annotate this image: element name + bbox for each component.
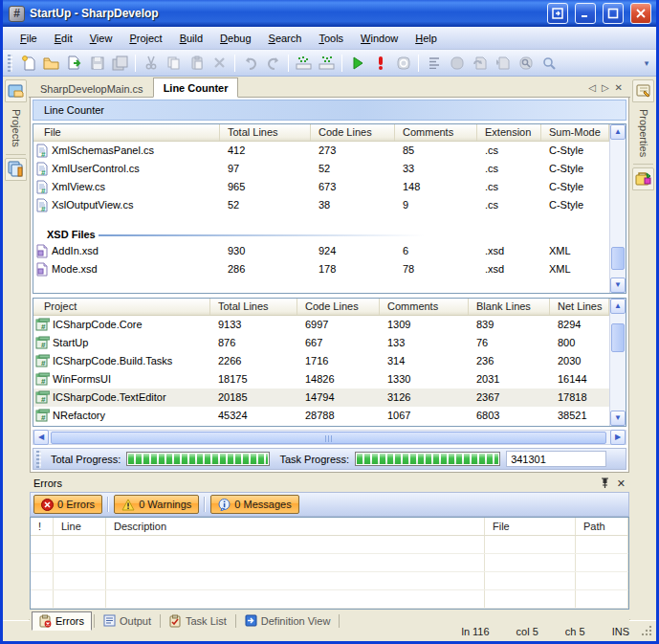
- scroll-left-icon[interactable]: ◀: [33, 430, 49, 445]
- menu-item[interactable]: View: [82, 30, 121, 47]
- messages-filter-button[interactable]: 0 Messages: [210, 495, 298, 514]
- undo-icon[interactable]: [239, 53, 261, 74]
- paste-icon[interactable]: [186, 53, 208, 74]
- search-icon[interactable]: [538, 53, 560, 74]
- column-header[interactable]: Total Lines: [210, 299, 297, 315]
- delete-icon[interactable]: [209, 53, 231, 74]
- column-header[interactable]: !: [31, 518, 54, 535]
- left-strip-label[interactable]: Projects: [11, 105, 22, 151]
- table-row[interactable]: #WinFormsUI 18175148261330203116144: [33, 370, 609, 389]
- open-folder-icon[interactable]: [40, 53, 62, 74]
- file-table-scrollbar[interactable]: ▲ ▼: [609, 124, 626, 293]
- tab-task-list[interactable]: Task List: [163, 612, 233, 630]
- table-row[interactable]: #XmlSchemasPanel.cs 41227385.csC-Style: [33, 142, 609, 160]
- column-header[interactable]: Net Lines: [550, 299, 609, 315]
- errors-filter-button[interactable]: 0 Errors: [33, 495, 102, 514]
- column-header[interactable]: Line: [54, 518, 106, 535]
- table-row[interactable]: #XmlView.cs 965673148.csC-Style: [33, 178, 609, 196]
- tab-sharpdevelopmain[interactable]: SharpDevelopMain.cs: [31, 79, 153, 98]
- float-window-button[interactable]: [547, 3, 568, 24]
- scrollbar-thumb[interactable]: [611, 247, 625, 270]
- toolbar-overflow-icon[interactable]: ▾: [641, 58, 652, 68]
- table-row[interactable]: #ICSharpCode.Core 9133699713098398294: [33, 316, 609, 334]
- column-header[interactable]: Path: [576, 518, 628, 535]
- save-icon[interactable]: [86, 53, 108, 74]
- tab-scroll-right-icon[interactable]: ▷: [602, 82, 609, 93]
- menu-item[interactable]: Build: [172, 30, 210, 47]
- tab-errors[interactable]: Errors: [32, 611, 92, 631]
- build-icon[interactable]: [369, 53, 391, 74]
- column-header[interactable]: Project: [33, 299, 210, 315]
- column-header[interactable]: Blank Lines: [469, 299, 550, 315]
- breakpoint-icon[interactable]: [446, 53, 468, 74]
- right-strip-label[interactable]: Properties: [638, 105, 649, 161]
- table-row[interactable]: #ICSharpCode.TextEditor 2018514794312623…: [33, 389, 609, 407]
- scroll-up-icon[interactable]: ▲: [610, 124, 626, 140]
- comment-region-icon[interactable]: [293, 53, 315, 74]
- maximize-button[interactable]: [603, 3, 624, 24]
- menu-item[interactable]: Help: [407, 30, 445, 47]
- minimize-button[interactable]: [575, 3, 596, 24]
- column-header[interactable]: Total Lines: [220, 124, 311, 141]
- column-header[interactable]: Description: [106, 518, 485, 535]
- table-row[interactable]: Mode.xsd 28617878.xsdXML: [33, 260, 609, 278]
- menu-item[interactable]: Search: [261, 30, 310, 47]
- tab-definition-view[interactable]: Definition View: [238, 612, 338, 629]
- column-header[interactable]: Code Lines: [311, 124, 395, 141]
- uncomment-region-icon[interactable]: [316, 53, 338, 74]
- warnings-filter-button[interactable]: 0 Warnings: [114, 495, 199, 514]
- redo-icon[interactable]: [262, 53, 284, 74]
- table-row[interactable]: AddIn.xsd 9309246.xsdXML: [33, 242, 609, 260]
- scroll-down-icon[interactable]: ▼: [610, 278, 626, 293]
- close-button[interactable]: [630, 3, 651, 24]
- scrollbar-thumb[interactable]: [51, 432, 606, 444]
- tab-close-icon[interactable]: ✕: [615, 82, 623, 93]
- copy-icon[interactable]: [163, 53, 185, 74]
- properties-pad-icon[interactable]: [632, 79, 654, 102]
- table-row[interactable]: #XmlUserControl.cs 975233.csC-Style: [33, 160, 609, 178]
- save-as-icon[interactable]: [63, 53, 85, 74]
- toolbox-pad-icon[interactable]: [632, 167, 654, 190]
- column-header[interactable]: File: [33, 124, 220, 141]
- scrollbar-thumb[interactable]: [611, 323, 625, 352]
- column-header[interactable]: Comments: [395, 124, 477, 141]
- run-icon[interactable]: [346, 53, 368, 74]
- table-row-partial[interactable]: [33, 425, 609, 426]
- find-in-files-icon[interactable]: [515, 53, 537, 74]
- menu-item[interactable]: Edit: [47, 30, 80, 47]
- column-header[interactable]: Sum-Mode: [541, 124, 609, 141]
- sort-lines-icon[interactable]: [423, 53, 445, 74]
- scroll-up-icon[interactable]: ▲: [610, 299, 626, 314]
- tab-line-counter[interactable]: Line Counter: [153, 78, 239, 98]
- menu-item[interactable]: Debug: [212, 30, 258, 47]
- scroll-down-icon[interactable]: ▼: [610, 411, 626, 426]
- projects-pad-icon[interactable]: [5, 79, 27, 102]
- menu-item[interactable]: Window: [353, 30, 406, 47]
- step-into-icon[interactable]: [492, 53, 514, 74]
- table-row[interactable]: #XslOutputView.cs 52389.csC-Style: [33, 196, 609, 214]
- cut-icon[interactable]: [140, 53, 162, 74]
- pin-icon[interactable]: [601, 477, 609, 490]
- tab-scroll-left-icon[interactable]: ◁: [588, 82, 596, 93]
- stop-icon[interactable]: [392, 53, 414, 74]
- scroll-right-icon[interactable]: ▶: [610, 430, 626, 445]
- save-all-icon[interactable]: [109, 53, 131, 74]
- tab-output[interactable]: Output: [97, 612, 158, 629]
- column-header[interactable]: File: [485, 518, 576, 535]
- column-header[interactable]: Comments: [380, 299, 469, 315]
- close-panel-icon[interactable]: ✕: [617, 477, 626, 490]
- horizontal-scrollbar[interactable]: ◀ ▶: [33, 430, 626, 446]
- column-header[interactable]: Extension: [477, 124, 541, 141]
- menu-item[interactable]: File: [12, 30, 45, 47]
- new-file-icon[interactable]: [17, 53, 39, 74]
- project-table-scrollbar[interactable]: ▲ ▼: [609, 299, 626, 426]
- menu-item[interactable]: Project: [121, 30, 169, 47]
- step-over-icon[interactable]: [469, 53, 491, 74]
- resize-grip[interactable]: [642, 626, 652, 636]
- menu-item[interactable]: Tools: [311, 30, 351, 47]
- toolbar-grip[interactable]: [8, 55, 12, 72]
- column-header[interactable]: Code Lines: [297, 299, 380, 315]
- table-row[interactable]: #StartUp 87666713376800: [33, 334, 609, 352]
- classes-pad-icon[interactable]: [5, 158, 27, 181]
- table-row[interactable]: #ICSharpCode.Build.Tasks 226617163142362…: [33, 352, 609, 370]
